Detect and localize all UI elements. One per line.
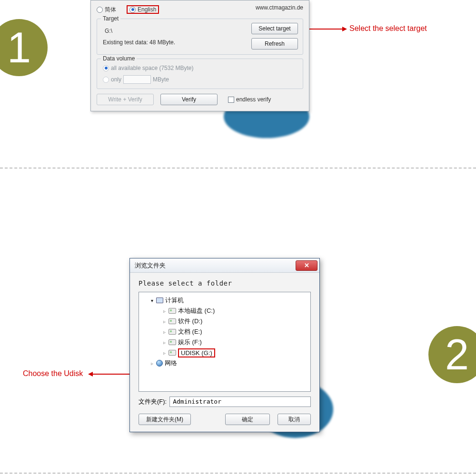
network-icon [156,360,163,367]
select-target-button[interactable]: Select target [251,23,298,34]
tree-label: 本地磁盘 (C:) [178,307,215,315]
ok-button[interactable]: 确定 [225,414,270,425]
tree-label: 网络 [165,359,177,367]
tree-label: 计算机 [165,296,184,305]
tree-label: 软件 (D:) [178,317,202,326]
radio-icon [97,7,103,13]
tree-item-computer[interactable]: 计算机 [149,295,307,306]
checkbox-icon [228,97,234,103]
target-fieldset-title: Target [101,15,120,22]
endless-verify-checkbox[interactable]: endless verify [228,96,271,103]
dialog-prompt: Please select a folder [139,279,311,287]
website-label: www.ctmagazin.de [256,4,303,11]
computer-icon [156,298,163,303]
dialog-title: 浏览文件夹 [135,261,166,270]
chevron-down-icon[interactable] [149,298,154,303]
step-badge-2: 2 [428,326,476,383]
divider [0,473,476,474]
drive-icon [169,339,176,345]
dv-only-label: only [111,76,121,83]
dv-only-input [123,75,151,84]
chevron-right-icon[interactable] [162,329,167,334]
drive-icon [169,318,176,324]
target-fieldset: Target G:\ Existing test data: 48 MByte.… [97,19,303,55]
chevron-right-icon[interactable] [149,361,154,366]
tree-label: UDISK (G:) [178,348,215,357]
radio-icon [129,7,136,13]
dv-only-radio: only MByte [103,75,298,84]
data-volume-title: Data volume [101,55,137,62]
close-button[interactable]: ✕ [296,260,317,271]
folder-field-label: 文件夹(F): [139,397,167,406]
chevron-right-icon[interactable] [162,340,167,345]
dv-all-label: all available space (7532 MByte) [111,65,193,71]
tree-item-drive-f[interactable]: 娱乐 (F:) [162,337,307,347]
lang-chinese-label: 简体 [105,6,116,14]
chevron-right-icon[interactable] [162,308,167,313]
drive-icon [169,308,176,314]
annotation-text: Choose the Udisk [23,369,83,378]
lang-english-radio[interactable]: English [127,5,159,14]
folder-field[interactable]: Administrator [169,397,311,407]
existing-data-label: Existing test data: 48 MByte. [103,39,246,46]
tree-item-drive-c[interactable]: 本地磁盘 (C:) [162,306,307,316]
dv-all-radio: all available space (7532 MByte) [103,65,298,71]
dv-only-unit: MByte [153,76,169,83]
tree-label: 娱乐 (F:) [178,338,202,347]
tree-item-drive-d[interactable]: 软件 (D:) [162,316,307,327]
refresh-button[interactable]: Refresh [251,38,298,50]
close-icon: ✕ [304,262,309,269]
divider [0,168,476,169]
chevron-right-icon[interactable] [162,350,167,355]
titlebar: 浏览文件夹 ✕ [130,258,319,273]
data-volume-fieldset: Data volume all available space (7532 MB… [97,59,303,89]
cancel-button[interactable]: 取消 [278,414,311,425]
browse-folder-dialog: 浏览文件夹 ✕ Please select a folder 计算机 本地磁盘 … [129,258,320,432]
folder-tree[interactable]: 计算机 本地磁盘 (C:) 软件 (D:) 文档 (E:) 娱乐 (F:) [139,292,311,392]
step-badge-1: 1 [0,19,48,76]
chevron-right-icon[interactable] [162,319,167,324]
lang-chinese-radio[interactable]: 简体 [97,6,116,14]
radio-icon [103,77,109,83]
write-verify-button: Write + Verify [97,94,154,105]
tree-item-network[interactable]: 网络 [149,358,307,368]
drive-icon [169,329,176,335]
tree-item-drive-e[interactable]: 文档 (E:) [162,327,307,337]
verify-button[interactable]: Verify [160,94,218,105]
new-folder-button[interactable]: 新建文件夹(M) [139,414,191,425]
tree-label: 文档 (E:) [178,327,202,336]
drive-icon [169,350,176,356]
target-path: G:\ [105,28,246,34]
tree-item-drive-g[interactable]: UDISK (G:) [162,347,307,358]
endless-verify-label: endless verify [236,96,271,103]
annotation-text: Select the select target [349,24,427,33]
h2testw-dialog: 简体 English www.ctmagazin.de Target G:\ E… [90,0,309,111]
lang-english-label: English [138,6,156,13]
radio-icon [103,65,109,71]
